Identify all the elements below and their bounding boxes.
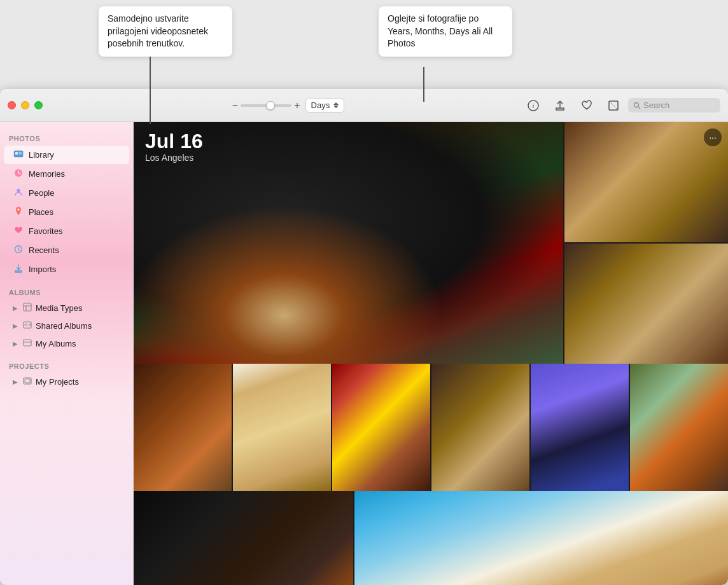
sidebar-item-favorites[interactable]: Favorites	[4, 222, 129, 240]
svg-rect-7	[15, 152, 18, 155]
view-mode-label: Days	[311, 100, 330, 110]
main-content: Photos Library	[0, 122, 728, 585]
sidebar-item-places[interactable]: Places	[4, 203, 129, 221]
app-window: − + Days i	[0, 89, 728, 585]
svg-text:i: i	[532, 102, 534, 109]
sidebar-group-my-albums[interactable]: ▶ My Albums	[4, 335, 129, 352]
my-projects-label: My Projects	[36, 377, 79, 387]
media-types-label: Media Types	[36, 303, 82, 313]
sidebar-item-recents[interactable]: Recents	[4, 241, 129, 259]
imports-label: Imports	[29, 265, 56, 274]
search-placeholder: Search	[643, 100, 669, 110]
memories-label: Memories	[29, 169, 65, 179]
svg-point-11	[17, 189, 20, 192]
group-arrow-projects-icon: ▶	[13, 378, 18, 385]
sidebar-group-my-projects[interactable]: ▶ My Projects	[4, 373, 129, 390]
photo-row2-2[interactable]	[233, 364, 331, 491]
zoom-control: − +	[232, 100, 300, 111]
svg-point-16	[25, 324, 27, 326]
close-button[interactable]	[8, 101, 16, 109]
svg-line-5	[638, 106, 640, 108]
photo-top-right-2[interactable]	[564, 244, 728, 364]
group-arrow-my-albums-icon: ▶	[13, 340, 18, 347]
traffic-lights	[8, 101, 43, 109]
svg-rect-17	[24, 340, 31, 346]
tooltip-line-2	[423, 67, 424, 102]
titlebar: − + Days i	[0, 89, 728, 122]
favorite-button[interactable]	[577, 96, 596, 115]
svg-rect-14	[24, 303, 31, 311]
photo-row2-1[interactable]	[134, 364, 232, 491]
crop-icon	[608, 100, 619, 111]
crop-button[interactable]	[604, 96, 623, 115]
imports-icon	[13, 263, 24, 275]
photo-row2-4[interactable]	[431, 364, 529, 491]
photos-section-label: Photos	[0, 130, 133, 145]
library-label: Library	[29, 150, 54, 160]
people-icon	[13, 187, 24, 199]
sidebar-item-memories[interactable]: Memories	[4, 165, 129, 183]
tooltip-memories: Samodejno ustvarite prilagojeni videopos…	[99, 6, 232, 57]
photo-main[interactable]: Jul 16 Los Angeles	[134, 122, 563, 364]
sidebar-item-imports[interactable]: Imports	[4, 260, 129, 279]
svg-point-12	[18, 209, 20, 210]
photo-row2-6[interactable]	[630, 364, 728, 491]
arrow-down-icon	[333, 106, 339, 108]
sidebar-item-library[interactable]: Library	[4, 146, 129, 164]
zoom-plus-button[interactable]: +	[294, 100, 300, 111]
media-types-icon	[22, 303, 33, 313]
share-button[interactable]	[550, 96, 570, 115]
shared-albums-label: Shared Albums	[36, 321, 92, 331]
photo-area: Jul 16 Los Angeles ···	[134, 122, 728, 585]
sidebar-item-people[interactable]: People	[4, 184, 129, 202]
toolbar-actions: i	[524, 96, 623, 115]
date-header: Jul 16 Los Angeles	[145, 131, 203, 163]
sidebar: Photos Library	[0, 122, 134, 585]
info-button[interactable]: i	[524, 96, 543, 115]
zoom-thumb[interactable]	[266, 101, 275, 110]
date-day: Jul 16	[145, 131, 203, 151]
photo-row3-2[interactable]	[354, 491, 728, 585]
group-arrow-media-icon: ▶	[13, 305, 18, 312]
sidebar-group-media-types[interactable]: ▶ Media Types	[4, 299, 129, 317]
my-projects-icon	[22, 376, 33, 387]
tooltip-line-1	[150, 54, 151, 124]
sidebar-group-shared-albums[interactable]: ▶ Shared Albums	[4, 317, 129, 334]
svg-line-3	[609, 101, 618, 110]
projects-section-label: Projects	[0, 357, 133, 373]
shared-albums-icon	[22, 320, 33, 331]
favorites-icon	[13, 225, 24, 237]
my-albums-label: My Albums	[36, 339, 76, 348]
group-arrow-shared-icon: ▶	[13, 322, 18, 329]
places-icon	[13, 206, 24, 218]
toolbar-center: − + Days	[53, 98, 524, 113]
view-mode-selector[interactable]: Days	[305, 98, 345, 113]
photo-top-right-1[interactable]	[564, 122, 728, 242]
library-icon	[13, 149, 24, 161]
info-icon: i	[528, 100, 539, 111]
search-icon	[633, 102, 641, 109]
zoom-minus-button[interactable]: −	[232, 100, 238, 111]
minimize-button[interactable]	[21, 101, 29, 109]
recents-label: Recents	[29, 245, 59, 255]
recents-icon	[13, 244, 24, 256]
tooltip-views: Oglejte si fotografije po Years, Months,…	[379, 6, 512, 57]
share-icon	[554, 100, 566, 111]
favorites-label: Favorites	[29, 226, 62, 236]
my-albums-icon	[22, 338, 33, 349]
view-mode-arrows	[333, 102, 339, 108]
photo-row2-3[interactable]	[332, 364, 430, 491]
arrow-up-icon	[333, 102, 339, 105]
places-label: Places	[29, 207, 53, 217]
search-box[interactable]: Search	[628, 98, 720, 113]
more-options-button[interactable]: ···	[704, 128, 722, 146]
zoom-slider[interactable]	[241, 104, 291, 107]
date-location: Los Angeles	[145, 153, 203, 163]
people-label: People	[29, 188, 54, 198]
memories-icon	[13, 168, 24, 180]
svg-rect-19	[25, 379, 30, 383]
photo-row2-5[interactable]	[531, 364, 629, 491]
heart-icon	[581, 100, 592, 111]
photo-row3-1[interactable]	[134, 491, 353, 585]
maximize-button[interactable]	[34, 101, 43, 109]
